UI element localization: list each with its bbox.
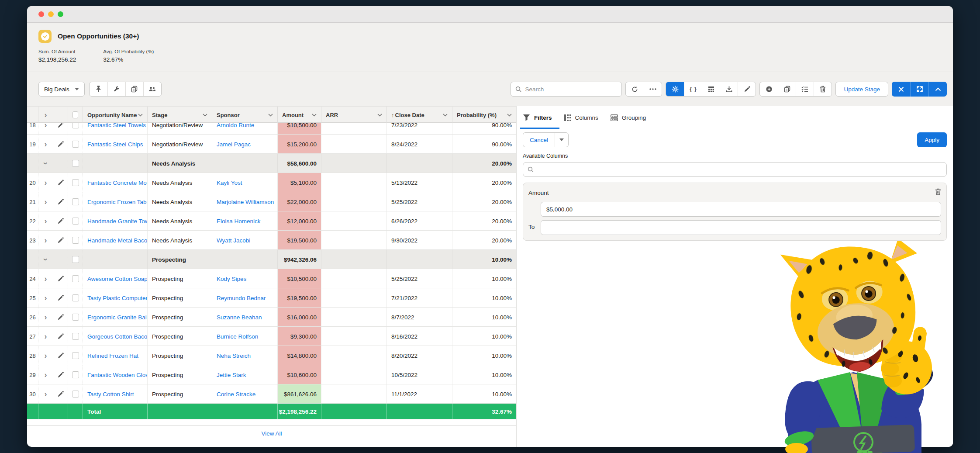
column-header[interactable]: Amount: [278, 107, 321, 123]
row-expand-button[interactable]: ›: [38, 123, 53, 135]
expand-button[interactable]: [910, 82, 928, 97]
opportunity-name-link[interactable]: Ergonomic Granite Ball: [87, 314, 148, 321]
opportunity-name-link[interactable]: Tasty Cotton Shirt: [87, 391, 134, 398]
cancel-dropdown-button[interactable]: [555, 133, 568, 147]
sponsor-link[interactable]: Suzanne Beahan: [217, 314, 262, 321]
sponsor-link[interactable]: Jettie Stark: [217, 372, 246, 378]
update-stage-button[interactable]: Update Stage: [835, 82, 888, 97]
apply-button[interactable]: Apply: [917, 132, 947, 147]
opportunity-name-link[interactable]: Refined Frozen Hat: [87, 353, 138, 359]
add-record-button[interactable]: [760, 82, 778, 96]
select-all-checkbox[interactable]: [68, 107, 83, 123]
row-expand-button[interactable]: ›: [38, 135, 53, 154]
row-checkbox[interactable]: [68, 135, 83, 154]
opportunity-name-link[interactable]: Awesome Cotton Soap: [87, 276, 148, 282]
row-edit-button[interactable]: [53, 288, 68, 308]
refresh-button[interactable]: [626, 82, 644, 96]
sponsor-link[interactable]: Eloisa Homenick: [217, 218, 261, 225]
row-checkbox[interactable]: [68, 123, 83, 135]
sponsor-link[interactable]: Corine Stracke: [217, 391, 255, 398]
settings-wrench-button[interactable]: [107, 82, 125, 96]
row-expand-button[interactable]: ›: [38, 308, 53, 327]
amount-from-input[interactable]: [541, 202, 941, 217]
group-checkbox[interactable]: [68, 154, 83, 173]
row-expand-button[interactable]: ›: [38, 192, 53, 211]
tab-grouping[interactable]: Grouping: [611, 114, 646, 121]
row-expand-button[interactable]: ›: [38, 211, 53, 231]
minimize-window-button[interactable]: [48, 11, 54, 17]
row-edit-button[interactable]: [53, 192, 68, 211]
row-expand-button[interactable]: ›: [38, 288, 53, 308]
row-edit-button[interactable]: [53, 123, 68, 135]
search-input[interactable]: [511, 82, 622, 97]
cancel-button[interactable]: Cancel: [523, 133, 555, 147]
amount-to-input[interactable]: [541, 220, 941, 235]
row-edit-button[interactable]: [53, 135, 68, 154]
opportunity-name-link[interactable]: Fantastic Concrete Mouse: [87, 180, 148, 186]
opportunity-name-link[interactable]: Fantastic Steel Chips: [87, 141, 143, 148]
opportunity-name-link[interactable]: Tasty Plastic Computer: [87, 295, 148, 301]
view-selector-dropdown[interactable]: Big Deals: [38, 82, 85, 97]
column-header[interactable]: Probability (%): [452, 107, 516, 123]
row-checkbox[interactable]: [68, 192, 83, 211]
group-collapse-button[interactable]: ›: [38, 154, 53, 173]
edit-pencil-button[interactable]: [738, 82, 756, 96]
sponsor-link[interactable]: Burnice Rolfson: [217, 333, 258, 340]
row-edit-button[interactable]: [53, 269, 68, 288]
opportunity-name-link[interactable]: Ergonomic Frozen Table: [87, 199, 148, 205]
row-edit-button[interactable]: [53, 231, 68, 250]
row-checkbox[interactable]: [68, 173, 83, 192]
column-header[interactable]: ↑Close Date: [387, 107, 452, 123]
sponsor-link[interactable]: Marjolaine Williamson: [217, 199, 274, 205]
column-header[interactable]: Sponsor: [212, 107, 278, 123]
group-checkbox[interactable]: [68, 250, 83, 269]
expand-all-button[interactable]: ›: [38, 107, 53, 123]
row-edit-button[interactable]: [53, 327, 68, 346]
table-view-button[interactable]: [702, 82, 720, 96]
share-users-button[interactable]: [143, 82, 161, 96]
sponsor-link[interactable]: Neha Streich: [217, 353, 251, 359]
download-button[interactable]: [720, 82, 738, 96]
row-edit-button[interactable]: [53, 384, 68, 404]
row-checkbox[interactable]: [68, 327, 83, 346]
view-all-link[interactable]: View All: [27, 426, 516, 437]
row-checkbox[interactable]: [68, 365, 83, 384]
row-checkbox[interactable]: [68, 346, 83, 365]
zoom-window-button[interactable]: [58, 11, 63, 17]
row-expand-button[interactable]: ›: [38, 173, 53, 192]
row-checkbox[interactable]: [68, 211, 83, 231]
row-checkbox[interactable]: [68, 288, 83, 308]
opportunity-name-link[interactable]: Fantastic Wooden Gloves: [87, 372, 148, 378]
row-edit-button[interactable]: [53, 346, 68, 365]
row-checkbox[interactable]: [68, 231, 83, 250]
tab-columns[interactable]: Columns: [564, 114, 598, 121]
row-edit-button[interactable]: [53, 308, 68, 327]
sponsor-link[interactable]: Kayli Yost: [217, 180, 242, 186]
column-header[interactable]: ARR: [321, 107, 387, 123]
row-checkbox[interactable]: [68, 384, 83, 404]
row-expand-button[interactable]: ›: [38, 365, 53, 384]
opportunity-name-link[interactable]: Handmade Granite Towels: [87, 218, 148, 225]
column-header[interactable]: Stage: [148, 107, 212, 123]
opportunity-name-link[interactable]: Gorgeous Cotton Bacon: [87, 333, 148, 340]
sponsor-link[interactable]: Wyatt Jacobi: [217, 237, 250, 244]
close-panel-button[interactable]: [892, 82, 910, 97]
available-columns-search[interactable]: [523, 162, 947, 177]
opportunity-name-link[interactable]: Handmade Metal Bacon: [87, 237, 148, 244]
remove-filter-button[interactable]: [935, 188, 941, 197]
row-edit-button[interactable]: [53, 211, 68, 231]
sponsor-link[interactable]: Jamel Pagac: [217, 141, 251, 148]
row-expand-button[interactable]: ›: [38, 384, 53, 404]
duplicate-button[interactable]: [125, 82, 143, 96]
group-collapse-button[interactable]: ›: [38, 250, 53, 269]
copy-records-button[interactable]: [778, 82, 796, 96]
row-expand-button[interactable]: ›: [38, 231, 53, 250]
more-options-button[interactable]: [644, 82, 662, 96]
tab-filters[interactable]: Filters: [523, 114, 552, 121]
delete-button[interactable]: [814, 82, 832, 96]
row-expand-button[interactable]: ›: [38, 346, 53, 365]
column-header[interactable]: Opportunity Name: [83, 107, 148, 123]
row-edit-button[interactable]: [53, 173, 68, 192]
row-edit-button[interactable]: [53, 365, 68, 384]
row-expand-button[interactable]: ›: [38, 327, 53, 346]
